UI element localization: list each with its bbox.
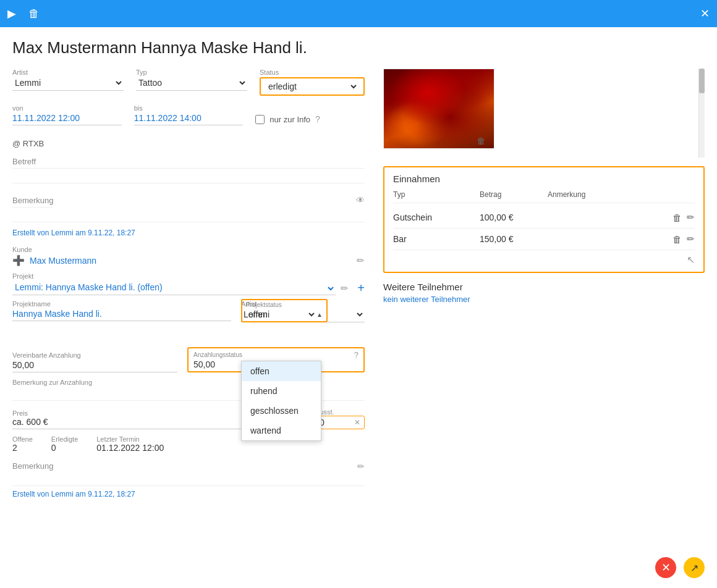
right-column: 🗑 Einnahmen Typ Betrag Anmerkung Gutsche… (383, 69, 705, 498)
delete-icon[interactable]: 🗑 (28, 7, 40, 20)
page-title: Max Mustermann Hannya Maske Hand li. (12, 38, 705, 57)
image-section: 🗑 (383, 69, 705, 158)
projektname-value: Hannya Maske Hand li. (12, 309, 231, 321)
bemerkung-section: Bemerkung 👁 (12, 190, 365, 222)
einnahmen-box: Einnahmen Typ Betrag Anmerkung Gutschein… (383, 166, 705, 273)
bemerkung-value[interactable] (12, 210, 365, 222)
status-select-box: erledigt offen (260, 77, 365, 96)
send-icon[interactable]: ▶ (7, 7, 16, 20)
scrollbar-thumb (699, 69, 705, 93)
projekt-add-button[interactable]: + (357, 281, 365, 295)
anzahlungsstatus-header: Anzahlungsstatus ? (193, 350, 358, 359)
projektstatus-box: Projektstatus offen ruhend geschlossen w… (241, 299, 328, 322)
bottom-created-text: Erstellt von Lemmi am 9.11.22, 18:27 (12, 490, 365, 498)
typ-field: Typ Tattoo (136, 69, 247, 96)
status-select[interactable]: erledigt offen (266, 81, 358, 92)
einnahmen-title: Einnahmen (393, 174, 695, 184)
von-label: von (12, 104, 122, 112)
betreff-section: Betreff (12, 157, 365, 183)
cancel-button[interactable]: ✕ (655, 557, 676, 578)
dropdown-item-wartend[interactable]: wartend (242, 421, 321, 440)
dropdown-item-ruhend[interactable]: ruhend (242, 381, 321, 401)
info-checkbox[interactable] (255, 115, 265, 124)
projektstatus-select-row: offen ruhend geschlossen wartend ▲ (246, 309, 323, 320)
typ-select[interactable]: Tattoo (136, 77, 247, 88)
artist-field: Artist Lemmi (12, 69, 124, 96)
artist-typ-status-row: Artist Lemmi Typ Tattoo (12, 69, 365, 96)
einnahmen-typ-1: Gutschein (393, 212, 473, 222)
bottom-actions: ✕ ↗ (655, 557, 705, 578)
image-scrollbar[interactable] (698, 69, 705, 158)
dropdown-item-geschlossen[interactable]: geschlossen (242, 401, 321, 421)
einnahmen-betrag-header: Betrag (480, 190, 541, 199)
einnahmen-betrag-2: 150,00 € (480, 234, 541, 244)
tattoo-image-box: 🗑 (383, 69, 494, 149)
vereinbarte-anzahlung-label: Vereinbarte Anzahlung (12, 351, 177, 359)
weitere-value: kein weiterer Teilnehmer (383, 295, 705, 304)
main-content: Max Mustermann Hannya Maske Hand li. Art… (0, 27, 717, 588)
location-text: @ RTXB (12, 139, 365, 148)
projektstatus-dropdown: offen ruhend geschlossen wartend (241, 361, 321, 441)
bottom-bemerkung-section: Bemerkung ✏ (12, 461, 365, 486)
info-checkbox-row: nur zur Info ? (255, 114, 365, 124)
artist-label: Artist (12, 69, 124, 76)
status-label: Status (260, 69, 365, 76)
projektname-artist-row: Projektname Hannya Maske Hand li. Artist… (12, 300, 365, 322)
projektname-field: Projektname Hannya Maske Hand li. (12, 300, 231, 322)
artist-select[interactable]: Lemmi (12, 77, 124, 88)
offene-label: Offene (12, 435, 33, 443)
kunde-edit-icon[interactable]: ✏ (357, 255, 365, 266)
einnahmen-delete-2[interactable]: 🗑 (672, 234, 682, 245)
ausstellung-box: 0 ✕ (315, 416, 365, 429)
von-field: von 11.11.2022 12:00 (12, 104, 122, 130)
kunde-label: Kunde (12, 246, 365, 253)
bottom-bemerkung-edit-icon[interactable]: ✏ (357, 461, 365, 471)
typ-label: Typ (136, 69, 247, 76)
kunde-name[interactable]: Max Mustermann (30, 256, 96, 266)
top-bar-left: ▶ 🗑 (7, 7, 40, 20)
einnahmen-row-2: Bar 150,00 € 🗑 ✏ (393, 229, 695, 250)
vereinbarte-anzahlung-value: 50,00 (12, 360, 177, 372)
einnahmen-edit-2[interactable]: ✏ (687, 233, 695, 245)
artist-projekt-field: Artist Lemmi Projektstatus offen ruhend (241, 300, 365, 322)
offene-field: Offene 2 (12, 435, 33, 453)
offene-value: 2 (12, 443, 33, 453)
ausstellung-close-icon[interactable]: ✕ (354, 418, 360, 427)
cursor-icon: ↖ (687, 254, 695, 266)
ausstellung-value: 0 (320, 418, 352, 427)
betreff-value[interactable] (12, 171, 365, 183)
anzahlungsstatus-label: Anzahlungsstatus (193, 351, 242, 358)
einnahmen-edit-1[interactable]: ✏ (687, 212, 695, 223)
top-bar: ▶ 🗑 ✕ (0, 0, 717, 27)
eye-icon[interactable]: 👁 (356, 195, 365, 205)
bottom-bemerkung-value[interactable] (12, 474, 365, 486)
projektstatus-select[interactable]: offen ruhend geschlossen wartend (246, 309, 316, 320)
erledigte-label: Erledigte (51, 435, 78, 443)
bemerkung-label: Bemerkung (12, 196, 53, 208)
close-icon[interactable]: ✕ (700, 7, 710, 20)
projektname-label: Projektname (12, 300, 231, 308)
erledigte-value: 0 (51, 443, 78, 453)
projekt-edit-icon[interactable]: ✏ (341, 283, 349, 294)
einnahmen-betrag-1: 100,00 € (480, 212, 541, 222)
projekt-row: Lemmi: Hannya Maske Hand li. (offen) ✏ + (12, 281, 365, 295)
einnahmen-row-1: Gutschein 100,00 € 🗑 ✏ (393, 207, 695, 229)
projekt-select[interactable]: Lemmi: Hannya Maske Hand li. (offen) (12, 282, 336, 295)
anzahlungsstatus-help[interactable]: ? (354, 350, 358, 359)
einnahmen-delete-1[interactable]: 🗑 (672, 212, 682, 223)
dropdown-item-offen[interactable]: offen (242, 361, 321, 381)
image-delete-icon[interactable]: 🗑 (477, 136, 485, 146)
projektstatus-label: Projektstatus (246, 301, 323, 308)
weitere-title: Weitere Teilnehmer (383, 282, 705, 292)
ok-button[interactable]: ↗ (684, 557, 705, 578)
kunde-section: Kunde ➕ Max Mustermann ✏ (12, 246, 365, 266)
bis-label: bis (134, 104, 244, 112)
bis-value: 11.11.2022 14:00 (134, 113, 244, 125)
cancel-icon: ✕ (661, 561, 671, 574)
help-icon[interactable]: ? (315, 114, 320, 124)
projekt-label: Projekt (12, 272, 365, 280)
two-column-layout: Artist Lemmi Typ Tattoo (12, 69, 705, 498)
kunde-row: ➕ Max Mustermann ✏ (12, 254, 365, 266)
bottom-bemerkung-label: Bemerkung ✏ (12, 461, 365, 471)
einnahmen-actions-1: 🗑 ✏ (672, 212, 695, 223)
